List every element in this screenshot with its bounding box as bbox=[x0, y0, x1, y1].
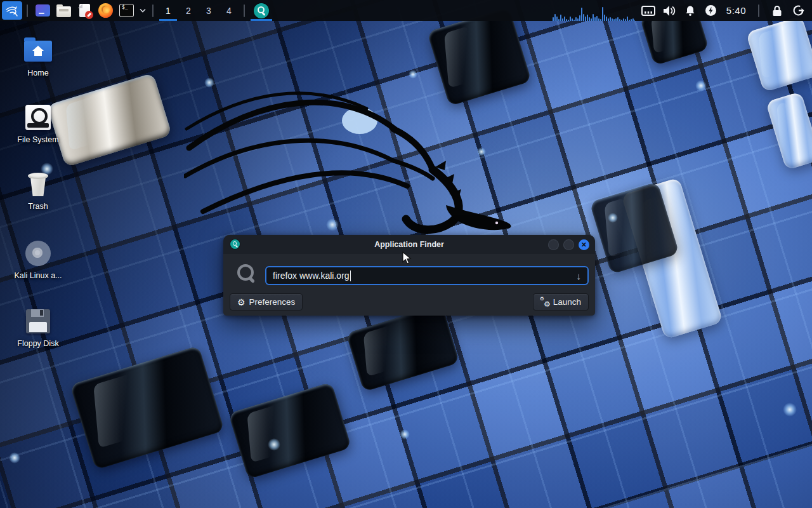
launch-button-label: Launch bbox=[553, 297, 581, 307]
desktop-icon-label: Floppy Disk bbox=[17, 339, 58, 348]
logout-icon bbox=[792, 4, 804, 17]
trash-icon bbox=[27, 172, 49, 196]
application-finder-window: Application Finder ✕ firefox www.kali.or… bbox=[223, 235, 595, 316]
panel-separator bbox=[27, 4, 28, 17]
workspace-label: 1 bbox=[166, 6, 171, 16]
kali-logo-icon bbox=[5, 4, 19, 18]
home-folder-icon bbox=[24, 41, 52, 62]
workspace-label: 3 bbox=[206, 6, 211, 16]
notifications-indicator[interactable] bbox=[683, 0, 698, 21]
floppy-disk-icon bbox=[26, 309, 50, 333]
applications-menu-button[interactable] bbox=[2, 1, 22, 20]
maximize-button[interactable] bbox=[563, 239, 574, 250]
panel-separator bbox=[758, 4, 759, 17]
launcher-text-editor[interactable] bbox=[74, 0, 95, 21]
network-indicator[interactable] bbox=[641, 0, 656, 21]
launcher-terminal[interactable]: $_ bbox=[116, 0, 137, 21]
workspace-1-button[interactable]: 1 bbox=[158, 0, 178, 21]
folder-icon bbox=[56, 6, 71, 17]
terminal-icon: $_ bbox=[119, 4, 134, 17]
launcher-firefox[interactable] bbox=[95, 0, 116, 21]
close-button[interactable]: ✕ bbox=[579, 239, 589, 250]
app-window-icon bbox=[36, 4, 50, 17]
desktop-icon-label: File System bbox=[17, 135, 58, 144]
hard-drive-icon bbox=[25, 105, 51, 130]
power-bolt-icon bbox=[705, 4, 717, 17]
kali-dragon-logo bbox=[184, 54, 539, 244]
search-input[interactable]: firefox www.kali.org ↓ bbox=[265, 266, 589, 285]
power-manager-indicator[interactable] bbox=[704, 0, 719, 21]
mouse-cursor bbox=[402, 251, 412, 265]
preferences-button-label: Preferences bbox=[249, 297, 296, 307]
panel-separator bbox=[152, 4, 154, 17]
workspace-3-button[interactable]: 3 bbox=[199, 0, 219, 21]
active-workspace-indicator bbox=[159, 19, 177, 21]
kali-shortcut-icon bbox=[25, 241, 51, 266]
screen-lock-button[interactable] bbox=[769, 0, 785, 21]
workspace-4-button[interactable]: 4 bbox=[219, 0, 239, 21]
cpu-graph[interactable] bbox=[553, 0, 635, 21]
ethernet-icon bbox=[641, 6, 655, 16]
desktop: $_ 1 2 3 4 bbox=[0, 0, 812, 508]
desktop-icon-label: Home bbox=[27, 69, 48, 77]
top-panel: $_ 1 2 3 4 bbox=[0, 0, 812, 21]
clock[interactable]: 5:40 bbox=[724, 5, 748, 16]
search-input-value: firefox www.kali.org bbox=[273, 271, 350, 281]
desktop-icon-trash[interactable]: Trash bbox=[8, 170, 69, 211]
desktop-icon-label: Kali Linux a... bbox=[14, 271, 62, 280]
speaker-icon bbox=[662, 5, 676, 17]
workspace-label: 4 bbox=[226, 6, 232, 16]
logout-button[interactable] bbox=[790, 0, 806, 21]
document-icon bbox=[79, 4, 90, 17]
bell-icon bbox=[684, 5, 696, 17]
minimize-button[interactable] bbox=[548, 239, 559, 250]
launch-icon: ⚙ ⚙ bbox=[540, 298, 549, 307]
application-finder-icon bbox=[230, 239, 240, 249]
desktop-icon-floppy-disk[interactable]: Floppy Disk bbox=[8, 307, 69, 348]
volume-indicator[interactable] bbox=[662, 0, 677, 21]
workspace-label: 2 bbox=[186, 6, 191, 16]
application-finder-icon bbox=[254, 3, 269, 18]
search-icon bbox=[236, 263, 258, 284]
desktop-icon-file-system[interactable]: File System bbox=[8, 104, 69, 144]
chevron-down-icon bbox=[140, 8, 146, 13]
active-task-indicator bbox=[251, 19, 272, 21]
terminal-dropdown-button[interactable] bbox=[137, 0, 148, 21]
desktop-icon-label: Trash bbox=[28, 202, 48, 211]
firefox-icon bbox=[98, 3, 113, 18]
desktop-icon-home[interactable]: Home bbox=[8, 37, 69, 77]
preferences-button[interactable]: ⚙ Preferences bbox=[230, 293, 303, 311]
gear-icon: ⚙ bbox=[237, 298, 246, 307]
desktop-icon-kali-linux[interactable]: Kali Linux a... bbox=[8, 239, 69, 280]
lock-icon bbox=[772, 5, 782, 17]
text-caret bbox=[350, 271, 351, 281]
history-dropdown-arrow-icon[interactable]: ↓ bbox=[577, 271, 582, 281]
launch-button[interactable]: ⚙ ⚙ Launch bbox=[533, 293, 589, 311]
launcher-app-window[interactable] bbox=[32, 0, 53, 21]
launcher-file-manager[interactable] bbox=[53, 0, 74, 21]
pencil-badge-icon bbox=[85, 11, 93, 19]
taskbar-application-finder-button[interactable] bbox=[249, 0, 273, 21]
panel-separator bbox=[244, 4, 245, 17]
window-title: Application Finder bbox=[223, 240, 595, 249]
workspace-2-button[interactable]: 2 bbox=[178, 0, 199, 21]
